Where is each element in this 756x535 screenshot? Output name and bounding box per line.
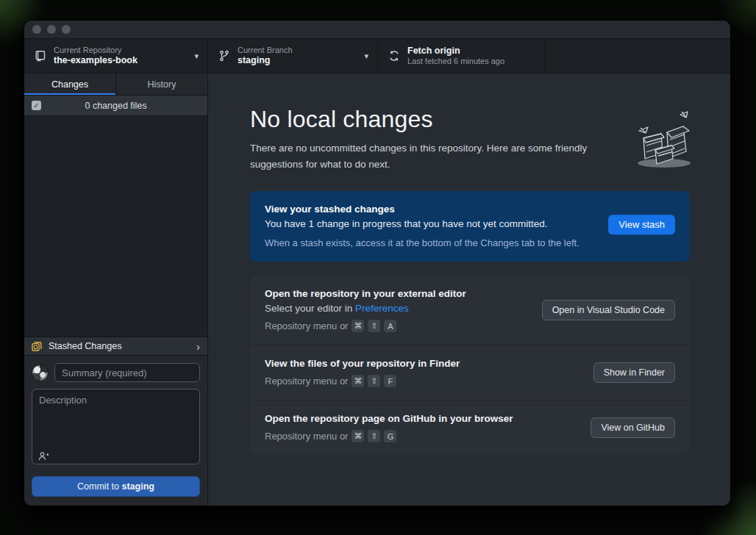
a-key: A xyxy=(384,320,396,332)
main-content: No local changes There are no uncommitte… xyxy=(208,73,730,506)
titlebar xyxy=(24,21,730,38)
suggestions-list: Open the repository in your external edi… xyxy=(250,276,690,455)
changed-files-header: ✓ 0 changed files xyxy=(24,96,207,116)
stashed-changes-label: Stashed Changes xyxy=(49,341,196,351)
page-title: No local changes xyxy=(250,106,690,133)
description-wrap xyxy=(32,389,200,467)
last-fetched-text: Last fetched 6 minutes ago xyxy=(407,57,536,66)
cmd-key-icon: ⌘ xyxy=(352,375,364,387)
view-on-github-button[interactable]: View on GitHub xyxy=(591,417,675,438)
stash-banner-title: View your stashed changes xyxy=(265,204,675,215)
suggestion-view-on-github: Open the repository page on GitHub in yo… xyxy=(250,400,690,455)
toolbar-spacer xyxy=(546,39,730,73)
minimize-window-button[interactable] xyxy=(47,25,56,34)
repo-icon xyxy=(35,50,46,62)
toolbar: Current Repository the-examples-book ▾ C… xyxy=(24,38,730,73)
show-in-finder-button[interactable]: Show in Finder xyxy=(593,362,675,383)
stash-banner-line2: When a stash exists, access it at the bo… xyxy=(265,237,675,248)
repo-texts: Current Repository the-examples-book xyxy=(54,46,187,66)
f-key: F xyxy=(384,375,396,387)
close-window-button[interactable] xyxy=(32,25,41,34)
fetch-origin-button[interactable]: Fetch origin Last fetched 6 minutes ago xyxy=(378,39,546,73)
summary-row xyxy=(32,363,200,382)
editor-line-prefix: Select your editor in xyxy=(265,303,355,314)
current-branch-value: staging xyxy=(238,55,357,66)
commit-button-branch: staging xyxy=(121,481,154,492)
suggestion-title: Open the repository page on GitHub in yo… xyxy=(265,413,587,424)
shift-key-icon: ⇧ xyxy=(368,375,380,387)
g-key: G xyxy=(384,430,396,442)
changed-files-count: 0 changed files xyxy=(32,101,200,111)
suggestion-line: Select your editor in Preferences xyxy=(265,303,543,314)
fetch-texts: Fetch origin Last fetched 6 minutes ago xyxy=(407,46,536,66)
stashed-changes-row[interactable]: Stashed Changes › xyxy=(24,337,207,356)
github-desktop-window: Current Repository the-examples-book ▾ C… xyxy=(24,21,730,506)
commit-button[interactable]: Commit to staging xyxy=(32,476,200,497)
cmd-key-icon: ⌘ xyxy=(352,430,364,442)
commit-button-prefix: Commit to xyxy=(77,481,121,492)
commit-summary-input[interactable] xyxy=(54,363,200,382)
shortcut-row: Repository menu or ⌘ ⇧ G xyxy=(265,430,587,442)
commit-panel: Commit to staging xyxy=(24,356,207,506)
suggestion-open-editor: Open the repository in your external edi… xyxy=(250,276,690,345)
shift-key-icon: ⇧ xyxy=(368,320,380,332)
shortcut-prefix: Repository menu or xyxy=(265,376,348,387)
current-repository-label: Current Repository xyxy=(54,46,187,55)
sync-icon xyxy=(388,50,400,62)
stash-banner: View your stashed changes You have 1 cha… xyxy=(250,191,690,262)
suggestion-title: Open the repository in your external edi… xyxy=(265,288,543,299)
fetch-origin-label: Fetch origin xyxy=(407,46,536,57)
tab-changes[interactable]: Changes xyxy=(24,73,115,95)
view-stash-button[interactable]: View stash xyxy=(608,215,675,235)
suggestion-title: View the files of your repository in Fin… xyxy=(265,358,587,369)
current-repository-dropdown[interactable]: Current Repository the-examples-book ▾ xyxy=(24,39,208,73)
crumpled-paper-illustration xyxy=(629,104,696,172)
suggestion-show-in-finder: View the files of your repository in Fin… xyxy=(250,345,690,400)
sidebar: Changes History ✓ 0 changed files Stashe… xyxy=(24,73,208,506)
sidebar-tabbar: Changes History xyxy=(24,73,207,96)
app-body: Changes History ✓ 0 changed files Stashe… xyxy=(24,73,730,506)
page-subtitle: There are no uncommitted changes in this… xyxy=(250,140,640,172)
tab-history[interactable]: History xyxy=(115,73,207,95)
zoom-window-button[interactable] xyxy=(62,25,71,34)
stash-icon xyxy=(32,341,43,351)
changes-list xyxy=(24,116,207,337)
git-branch-icon xyxy=(218,50,230,62)
chevron-down-icon: ▾ xyxy=(364,51,368,61)
shortcut-prefix: Repository menu or xyxy=(265,320,348,331)
current-repository-value: the-examples-book xyxy=(54,55,187,66)
open-in-editor-button[interactable]: Open in Visual Studio Code xyxy=(542,300,675,320)
avatar xyxy=(32,365,49,381)
chevron-right-icon: › xyxy=(196,341,200,352)
shift-key-icon: ⇧ xyxy=(368,430,380,442)
shortcut-row: Repository menu or ⌘ ⇧ F xyxy=(265,375,587,387)
current-branch-label: Current Branch xyxy=(238,46,357,55)
cmd-key-icon: ⌘ xyxy=(352,320,364,332)
shortcut-prefix: Repository menu or xyxy=(265,431,348,442)
branch-texts: Current Branch staging xyxy=(238,46,357,66)
current-branch-dropdown[interactable]: Current Branch staging ▾ xyxy=(208,39,378,73)
add-coauthor-icon[interactable] xyxy=(38,451,49,461)
chevron-down-icon: ▾ xyxy=(194,51,199,61)
commit-description-textarea[interactable] xyxy=(32,389,200,464)
shortcut-row: Repository menu or ⌘ ⇧ A xyxy=(265,320,543,332)
preferences-link[interactable]: Preferences xyxy=(355,303,409,314)
